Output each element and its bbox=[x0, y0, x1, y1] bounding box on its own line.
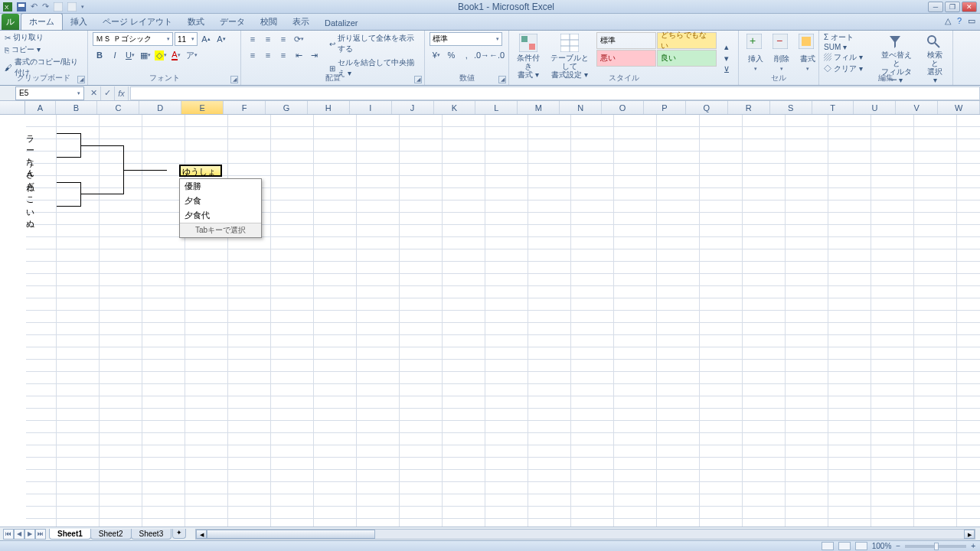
ime-candidate[interactable]: 夕食代 bbox=[180, 208, 261, 223]
sheet-tab[interactable]: Sheet3 bbox=[131, 529, 172, 540]
formula-input[interactable] bbox=[130, 86, 980, 100]
tab-layout[interactable]: ページ レイアウト bbox=[95, 14, 180, 30]
col-J[interactable]: J bbox=[392, 101, 434, 114]
dialog-launcher-icon[interactable]: ◢ bbox=[230, 76, 238, 83]
save-icon[interactable] bbox=[17, 2, 26, 11]
name-box[interactable]: E5▾ bbox=[15, 86, 84, 100]
indent-inc-button[interactable]: ⇥ bbox=[307, 48, 321, 62]
phonetic-button[interactable]: ア▾ bbox=[185, 48, 198, 62]
dialog-launcher-icon[interactable]: ◢ bbox=[498, 76, 506, 83]
cut-button[interactable]: ✂切り取り bbox=[5, 32, 83, 43]
dialog-launcher-icon[interactable]: ◢ bbox=[77, 76, 85, 83]
indent-dec-button[interactable]: ⇤ bbox=[292, 48, 305, 62]
tab-datalizer[interactable]: Datalizer bbox=[317, 16, 365, 30]
dialog-launcher-icon[interactable]: ◢ bbox=[414, 76, 422, 83]
style-neutral[interactable]: どちらでもない bbox=[657, 32, 717, 49]
shrink-font-button[interactable]: A▾ bbox=[214, 32, 228, 46]
sheet-nav-last[interactable]: ⏭ bbox=[35, 529, 46, 540]
orientation-button[interactable]: ⟳▾ bbox=[292, 32, 305, 46]
fx-button[interactable]: fx bbox=[115, 86, 129, 100]
maximize-button[interactable]: ❐ bbox=[945, 2, 960, 12]
align-left-button[interactable]: ≡ bbox=[246, 48, 260, 62]
col-Q[interactable]: Q bbox=[686, 101, 728, 114]
zoom-thumb[interactable] bbox=[934, 543, 939, 550]
qat-btn[interactable] bbox=[67, 2, 77, 11]
scroll-left-button[interactable]: ◀ bbox=[196, 530, 207, 539]
zoom-slider[interactable] bbox=[905, 545, 966, 548]
ime-candidate[interactable]: 夕食 bbox=[180, 194, 261, 208]
zoom-in-button[interactable]: + bbox=[971, 542, 975, 550]
redo-icon[interactable]: ↷ bbox=[42, 2, 49, 11]
font-name-select[interactable]: ＭＳ Ｐゴシック▾ bbox=[93, 32, 173, 46]
zoom-level[interactable]: 100% bbox=[872, 542, 892, 550]
col-R[interactable]: R bbox=[728, 101, 770, 114]
col-G[interactable]: G bbox=[266, 101, 308, 114]
style-bad[interactable]: 悪い bbox=[596, 50, 656, 67]
minimize-ribbon-icon[interactable]: △ bbox=[945, 16, 951, 26]
active-cell[interactable]: ゆうしょう bbox=[179, 165, 222, 177]
font-color-button[interactable]: A▾ bbox=[169, 48, 183, 62]
font-size-select[interactable]: 11▾ bbox=[175, 32, 198, 46]
col-O[interactable]: O bbox=[602, 101, 644, 114]
help-icon[interactable]: ? bbox=[957, 16, 962, 26]
ime-candidate[interactable]: 優勝 bbox=[180, 179, 261, 194]
fill-button[interactable]: ▨ フィル ▾ bbox=[824, 52, 870, 63]
window-options-icon[interactable]: ▭ bbox=[968, 16, 975, 26]
tab-review[interactable]: 校閲 bbox=[253, 14, 285, 30]
col-F[interactable]: F bbox=[224, 101, 266, 114]
sheet-nav-prev[interactable]: ◀ bbox=[14, 529, 24, 540]
align-middle-button[interactable]: ≡ bbox=[261, 32, 275, 46]
col-E[interactable]: E bbox=[181, 101, 224, 114]
horizontal-scrollbar[interactable]: ◀ ▶ bbox=[195, 529, 975, 540]
col-H[interactable]: H bbox=[308, 101, 350, 114]
col-V[interactable]: V bbox=[896, 101, 938, 114]
col-K[interactable]: K bbox=[434, 101, 476, 114]
bold-button[interactable]: B bbox=[93, 48, 106, 62]
style-standard[interactable]: 標準 bbox=[596, 32, 656, 49]
gallery-down-icon[interactable]: ▾ bbox=[720, 54, 733, 64]
dec-decimal-button[interactable]: ←.0 bbox=[490, 48, 504, 62]
grow-font-button[interactable]: A▴ bbox=[199, 32, 213, 46]
align-bottom-button[interactable]: ≡ bbox=[276, 32, 290, 46]
tab-data[interactable]: データ bbox=[212, 14, 253, 30]
col-C[interactable]: C bbox=[97, 101, 139, 114]
col-N[interactable]: N bbox=[560, 101, 602, 114]
view-normal-button[interactable] bbox=[822, 542, 834, 550]
fill-color-button[interactable]: ◇▾ bbox=[154, 48, 168, 62]
underline-button[interactable]: U▾ bbox=[123, 48, 137, 62]
border-button[interactable]: ▦▾ bbox=[139, 48, 152, 62]
col-P[interactable]: P bbox=[644, 101, 686, 114]
sheet-nav-first[interactable]: ⏮ bbox=[3, 529, 14, 540]
new-sheet-button[interactable]: ✦ bbox=[172, 529, 186, 539]
col-W[interactable]: W bbox=[938, 101, 980, 114]
align-right-button[interactable]: ≡ bbox=[276, 48, 290, 62]
sheet-tab[interactable]: Sheet2 bbox=[90, 529, 132, 540]
number-format-select[interactable]: 標準▾ bbox=[430, 32, 502, 46]
scroll-right-button[interactable]: ▶ bbox=[964, 530, 975, 539]
col-U[interactable]: U bbox=[854, 101, 896, 114]
wrap-text-button[interactable]: ↩折り返して全体を表示する bbox=[327, 32, 420, 55]
cancel-edit-button[interactable]: ✕ bbox=[87, 86, 101, 100]
col-D[interactable]: D bbox=[139, 101, 181, 114]
col-S[interactable]: S bbox=[770, 101, 812, 114]
minimize-button[interactable]: ─ bbox=[928, 2, 943, 12]
close-button[interactable]: ✕ bbox=[962, 2, 977, 12]
sheet-nav-next[interactable]: ▶ bbox=[24, 529, 35, 540]
zoom-out-button[interactable]: − bbox=[896, 542, 900, 550]
currency-button[interactable]: ¥▾ bbox=[430, 48, 443, 62]
col-A[interactable]: A bbox=[25, 101, 55, 114]
confirm-edit-button[interactable]: ✓ bbox=[101, 86, 115, 100]
view-layout-button[interactable] bbox=[838, 542, 851, 550]
col-T[interactable]: T bbox=[812, 101, 854, 114]
col-M[interactable]: M bbox=[518, 101, 560, 114]
tab-home[interactable]: ホーム bbox=[21, 13, 63, 30]
copy-button[interactable]: ⎘コピー ▾ bbox=[5, 44, 83, 55]
view-pagebreak-button[interactable] bbox=[855, 542, 867, 550]
select-all-corner[interactable] bbox=[0, 101, 25, 114]
align-top-button[interactable]: ≡ bbox=[246, 32, 260, 46]
undo-icon[interactable]: ↶ bbox=[31, 2, 38, 11]
autosum-button[interactable]: Σ オート SUM ▾ bbox=[824, 32, 870, 51]
sheet-tab[interactable]: Sheet1 bbox=[49, 529, 91, 540]
tab-view[interactable]: 表示 bbox=[285, 14, 317, 30]
align-center-button[interactable]: ≡ bbox=[261, 48, 275, 62]
